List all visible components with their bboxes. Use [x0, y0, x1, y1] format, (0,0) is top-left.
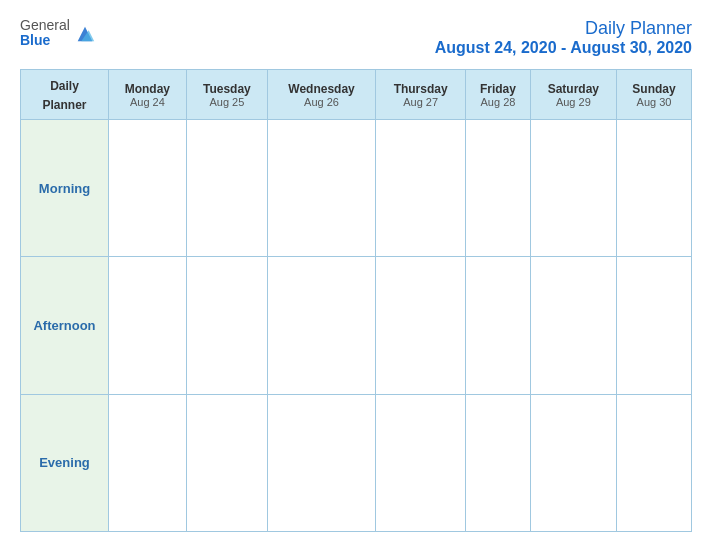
- col-header-wednesday: Wednesday Aug 26: [268, 70, 376, 120]
- afternoon-tuesday[interactable]: [186, 257, 267, 394]
- afternoon-wednesday[interactable]: [268, 257, 376, 394]
- afternoon-saturday[interactable]: [530, 257, 616, 394]
- afternoon-monday[interactable]: [109, 257, 187, 394]
- afternoon-row: Afternoon: [21, 257, 692, 394]
- evening-friday[interactable]: [466, 394, 530, 531]
- morning-monday[interactable]: [109, 120, 187, 257]
- title-date: August 24, 2020 - August 30, 2020: [435, 39, 692, 57]
- col-header-saturday: Saturday Aug 29: [530, 70, 616, 120]
- col-header-sunday: Sunday Aug 30: [617, 70, 692, 120]
- afternoon-sunday[interactable]: [617, 257, 692, 394]
- title-main: Daily Planner: [435, 18, 692, 39]
- calendar-table: Daily Planner Monday Aug 24 Tuesday Aug …: [20, 69, 692, 532]
- table-header-label: Daily Planner: [21, 70, 109, 120]
- afternoon-label: Afternoon: [21, 257, 109, 394]
- afternoon-friday[interactable]: [466, 257, 530, 394]
- evening-monday[interactable]: [109, 394, 187, 531]
- afternoon-thursday[interactable]: [376, 257, 466, 394]
- morning-friday[interactable]: [466, 120, 530, 257]
- evening-row: Evening: [21, 394, 692, 531]
- morning-tuesday[interactable]: [186, 120, 267, 257]
- morning-label: Morning: [21, 120, 109, 257]
- col-header-tuesday: Tuesday Aug 25: [186, 70, 267, 120]
- logo-area: General Blue: [20, 18, 96, 49]
- evening-thursday[interactable]: [376, 394, 466, 531]
- evening-label: Evening: [21, 394, 109, 531]
- morning-sunday[interactable]: [617, 120, 692, 257]
- evening-saturday[interactable]: [530, 394, 616, 531]
- col-header-friday: Friday Aug 28: [466, 70, 530, 120]
- logo-general-text: General: [20, 18, 70, 33]
- morning-wednesday[interactable]: [268, 120, 376, 257]
- header-row: Daily Planner Monday Aug 24 Tuesday Aug …: [21, 70, 692, 120]
- logo-icon: [74, 23, 96, 45]
- evening-tuesday[interactable]: [186, 394, 267, 531]
- evening-wednesday[interactable]: [268, 394, 376, 531]
- header: General Blue Daily Planner August 24, 20…: [20, 18, 692, 57]
- title-area: Daily Planner August 24, 2020 - August 3…: [435, 18, 692, 57]
- logo-text: General Blue: [20, 18, 70, 49]
- evening-sunday[interactable]: [617, 394, 692, 531]
- morning-saturday[interactable]: [530, 120, 616, 257]
- col-header-thursday: Thursday Aug 27: [376, 70, 466, 120]
- page: General Blue Daily Planner August 24, 20…: [0, 0, 712, 550]
- morning-row: Morning: [21, 120, 692, 257]
- logo-blue-text: Blue: [20, 33, 70, 48]
- col-header-monday: Monday Aug 24: [109, 70, 187, 120]
- morning-thursday[interactable]: [376, 120, 466, 257]
